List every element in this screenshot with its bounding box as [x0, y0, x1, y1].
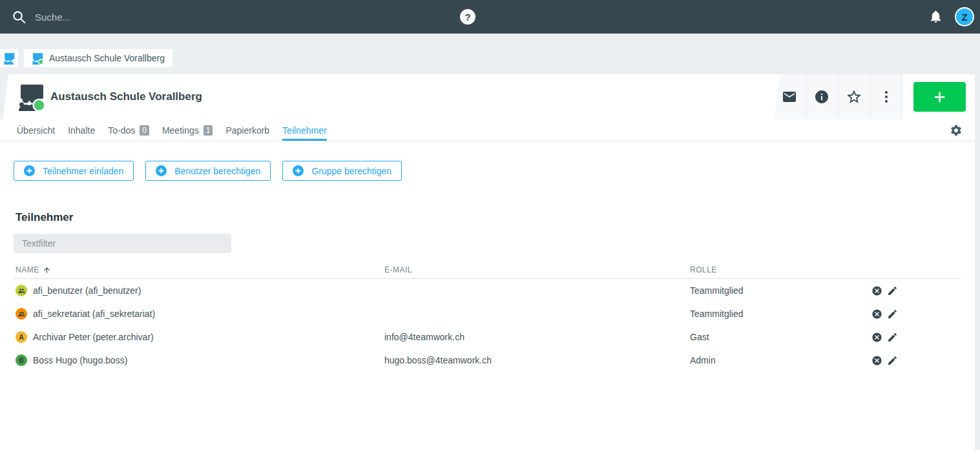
- authorize-user-button[interactable]: Benutzer berechtigen: [145, 161, 271, 181]
- search-input[interactable]: [35, 12, 255, 23]
- breadcrumb-root[interactable]: [0, 49, 18, 67]
- x-circle-icon: [871, 309, 882, 320]
- participant-name: Boss Hugo (hugo.boss): [33, 355, 127, 365]
- authorize-group-button[interactable]: Gruppe berechtigen: [282, 161, 402, 181]
- help-icon[interactable]: ?: [460, 9, 475, 25]
- workspace-card: Austausch Schule Vorallberg Übersicht In…: [0, 74, 975, 450]
- tab-papierkorb[interactable]: Papierkorb: [225, 119, 269, 141]
- tab-label: Teilnehmer: [282, 125, 326, 136]
- user-avatar[interactable]: Z: [955, 7, 974, 26]
- email-button[interactable]: [774, 74, 806, 119]
- table-header: NAME E-MAIL ROLLE: [14, 261, 961, 279]
- tab-meetings[interactable]: Meetings1: [162, 119, 213, 141]
- people-group-icon: [18, 287, 25, 294]
- workspace-icon: [17, 83, 46, 111]
- participant-role: Admin: [690, 355, 871, 365]
- edit-participant-button[interactable]: [887, 355, 898, 366]
- breadcrumb-label: Austausch Schule Vorallberg: [49, 53, 165, 63]
- column-label: NAME: [16, 265, 39, 274]
- add-button[interactable]: [913, 82, 966, 112]
- envelope-icon: [782, 89, 797, 105]
- tab-inhalte[interactable]: Inhalte: [68, 119, 95, 141]
- row-actions: [871, 355, 898, 366]
- x-circle-icon: [871, 355, 882, 366]
- tab-label: Papierkorb: [225, 125, 269, 136]
- edit-participant-button[interactable]: [887, 309, 898, 320]
- column-header-name[interactable]: NAME: [16, 265, 384, 274]
- info-button[interactable]: [806, 74, 839, 119]
- row-actions: [871, 285, 898, 296]
- search-icon: [12, 10, 26, 25]
- favorite-button[interactable]: [839, 74, 871, 119]
- pencil-icon: [887, 309, 898, 320]
- participant-role: Teammitglied: [690, 309, 871, 319]
- edit-participant-button[interactable]: [887, 285, 898, 296]
- tab-label: To-dos: [108, 125, 135, 136]
- remove-participant-button[interactable]: [871, 355, 882, 366]
- letter-avatar: B: [16, 354, 27, 366]
- header-toolbar: [774, 74, 902, 119]
- tab-label: Meetings: [162, 125, 199, 136]
- remove-participant-button[interactable]: [871, 332, 882, 343]
- tab-label: Inhalte: [68, 125, 95, 136]
- star-icon: [846, 88, 862, 105]
- tab-uebersicht[interactable]: Übersicht: [17, 119, 55, 141]
- table-row: afi_sekretariat (afi_sekretariat) Teammi…: [14, 302, 961, 325]
- group-avatar: [16, 308, 27, 320]
- participant-actions: Teilnehmer einladen Benutzer berechtigen…: [14, 161, 961, 181]
- workspace-icon: [3, 52, 16, 65]
- participant-name: afi_sekretariat (afi_sekretariat): [33, 309, 155, 319]
- remove-participant-button[interactable]: [871, 309, 882, 320]
- tab-todos[interactable]: To-dos0: [108, 119, 149, 141]
- people-group-icon: [18, 311, 25, 318]
- participant-name-cell: afi_benutzer (afi_benutzer): [16, 285, 384, 296]
- plus-circle-icon: [156, 165, 167, 176]
- plus-circle-icon: [24, 165, 35, 176]
- notifications-bell-icon[interactable]: [928, 9, 943, 24]
- remove-participant-button[interactable]: [871, 285, 882, 296]
- tab-bar: Übersicht Inhalte To-dos0 Meetings1 Papi…: [0, 119, 975, 141]
- pencil-icon: [887, 332, 898, 343]
- table-row: afi_benutzer (afi_benutzer) Teammitglied: [14, 279, 961, 302]
- tab-content: Teilnehmer einladen Benutzer berechtigen…: [0, 161, 975, 372]
- plus-circle-icon: [293, 165, 304, 176]
- info-icon: [814, 89, 829, 105]
- gear-icon: [950, 124, 963, 137]
- invite-participant-button[interactable]: Teilnehmer einladen: [14, 161, 134, 181]
- row-actions: [871, 309, 898, 320]
- participant-name-cell: B Boss Hugo (hugo.boss): [16, 354, 384, 366]
- participant-role: Teammitglied: [690, 285, 871, 296]
- breadcrumb-item[interactable]: Austausch Schule Vorallberg: [24, 49, 172, 67]
- column-header-email: E-MAIL: [384, 265, 690, 274]
- meetings-count-badge: 1: [203, 125, 213, 136]
- table-row: A Archivar Peter (peter.archivar) info@4…: [14, 325, 961, 349]
- pencil-icon: [887, 355, 898, 366]
- button-label: Benutzer berechtigen: [174, 166, 260, 176]
- edit-participant-button[interactable]: [887, 332, 898, 343]
- participants-table: NAME E-MAIL ROLLE afi_benutzer (afi_benu…: [14, 261, 961, 372]
- plus-icon: [932, 90, 947, 105]
- textfilter-input[interactable]: [14, 234, 231, 253]
- more-actions-button[interactable]: [870, 74, 902, 119]
- participant-name: Archivar Peter (peter.archivar): [33, 332, 154, 342]
- row-actions: [871, 332, 898, 343]
- x-circle-icon: [871, 332, 882, 343]
- button-label: Teilnehmer einladen: [43, 166, 123, 176]
- participant-email: info@4teamwork.ch: [384, 332, 690, 342]
- page-title: Austausch Schule Vorallberg: [50, 74, 202, 119]
- letter-avatar: A: [16, 331, 27, 343]
- participant-name-cell: afi_sekretariat (afi_sekretariat): [16, 308, 384, 320]
- settings-button[interactable]: [950, 124, 963, 137]
- tab-teilnehmer[interactable]: Teilnehmer: [282, 119, 326, 141]
- topbar: ? Z: [0, 0, 980, 34]
- x-circle-icon: [871, 285, 882, 296]
- todos-count-badge: 0: [140, 125, 149, 136]
- sort-ascending-icon: [43, 266, 51, 274]
- breadcrumb: Austausch Schule Vorallberg: [0, 34, 980, 74]
- workspace-icon: [32, 52, 44, 65]
- kebab-menu-icon: [879, 89, 894, 105]
- participants-heading: Teilnehmer: [16, 211, 961, 224]
- avatar-letter: B: [19, 357, 23, 364]
- participant-name: afi_benutzer (afi_benutzer): [33, 285, 141, 296]
- pencil-icon: [887, 285, 898, 296]
